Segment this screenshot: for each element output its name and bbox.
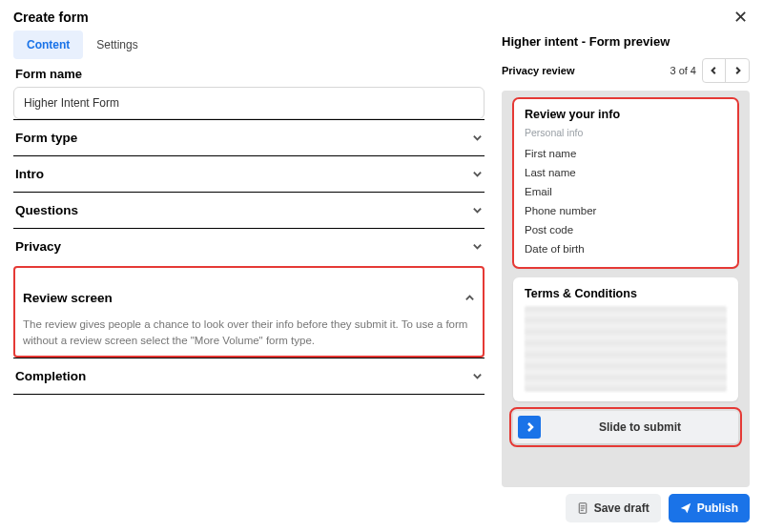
slide-handle[interactable] bbox=[518, 416, 541, 439]
document-icon bbox=[577, 502, 588, 514]
field-last-name: Last name bbox=[525, 163, 727, 182]
preview-step-name: Privacy review bbox=[502, 65, 574, 76]
card-title: Terms & Conditions bbox=[525, 287, 727, 300]
phone-preview: 1. Review your info Personal info First … bbox=[502, 91, 750, 487]
accordion-title: Review screen bbox=[23, 291, 113, 305]
terms-placeholder-text bbox=[525, 306, 727, 392]
card-subtitle: Personal info bbox=[525, 127, 727, 138]
review-screen-description: The review gives people a chance to look… bbox=[21, 315, 477, 356]
accordion-form-type[interactable]: Form type bbox=[13, 119, 485, 155]
publish-button[interactable]: Publish bbox=[669, 494, 750, 522]
form-name-label: Form name bbox=[15, 67, 485, 81]
accordion-title: Intro bbox=[15, 167, 44, 181]
accordion-title: Form type bbox=[15, 131, 77, 145]
field-phone-number: Phone number bbox=[525, 201, 727, 220]
chevron-down-icon bbox=[471, 205, 483, 216]
field-post-code: Post code bbox=[525, 220, 727, 239]
field-email: Email bbox=[525, 182, 727, 201]
preview-step-count: 3 of 4 bbox=[670, 65, 696, 76]
card-title: Review your info bbox=[525, 108, 727, 121]
accordion-intro[interactable]: Intro bbox=[13, 155, 485, 192]
preview-title: Higher intent - Form preview bbox=[502, 34, 750, 49]
page-title: Create form bbox=[13, 10, 89, 25]
tab-settings[interactable]: Settings bbox=[83, 31, 151, 59]
accordion-completion[interactable]: Completion bbox=[13, 358, 485, 395]
form-editor-panel: Content Settings Form name Form type Int… bbox=[13, 31, 485, 487]
tab-content[interactable]: Content bbox=[13, 31, 83, 59]
accordion-privacy[interactable]: Privacy bbox=[13, 228, 485, 264]
form-name-input[interactable] bbox=[13, 87, 485, 119]
button-label: Publish bbox=[697, 501, 738, 515]
field-first-name: First name bbox=[525, 144, 727, 163]
accordion-title: Completion bbox=[15, 369, 86, 383]
field-date-of-birth: Date of birth bbox=[525, 239, 727, 258]
chevron-down-icon bbox=[471, 241, 483, 253]
preview-prev-button[interactable] bbox=[703, 59, 726, 82]
form-preview-panel: Higher intent - Form preview Privacy rev… bbox=[502, 31, 750, 487]
close-icon[interactable]: ✕ bbox=[731, 8, 750, 27]
accordion-review-screen[interactable]: Review screen bbox=[21, 285, 477, 315]
button-label: Save draft bbox=[594, 501, 650, 515]
slide-label: Slide to submit bbox=[546, 420, 733, 434]
save-draft-button[interactable]: Save draft bbox=[566, 494, 661, 522]
preview-card-terms: Terms & Conditions bbox=[513, 277, 738, 401]
chevron-down-icon bbox=[471, 169, 483, 180]
highlight-review-screen: Review screen The review gives people a … bbox=[13, 266, 485, 358]
slide-to-submit[interactable]: Slide to submit bbox=[513, 411, 738, 443]
send-icon bbox=[680, 502, 691, 514]
preview-next-button[interactable] bbox=[726, 59, 749, 82]
preview-card-review-info: Review your info Personal info First nam… bbox=[513, 98, 738, 268]
accordion-questions[interactable]: Questions bbox=[13, 192, 485, 228]
chevron-up-icon bbox=[464, 293, 475, 304]
chevron-down-icon bbox=[471, 370, 483, 381]
accordion-title: Privacy bbox=[15, 239, 61, 254]
chevron-down-icon bbox=[471, 133, 483, 144]
accordion-title: Questions bbox=[15, 203, 78, 217]
